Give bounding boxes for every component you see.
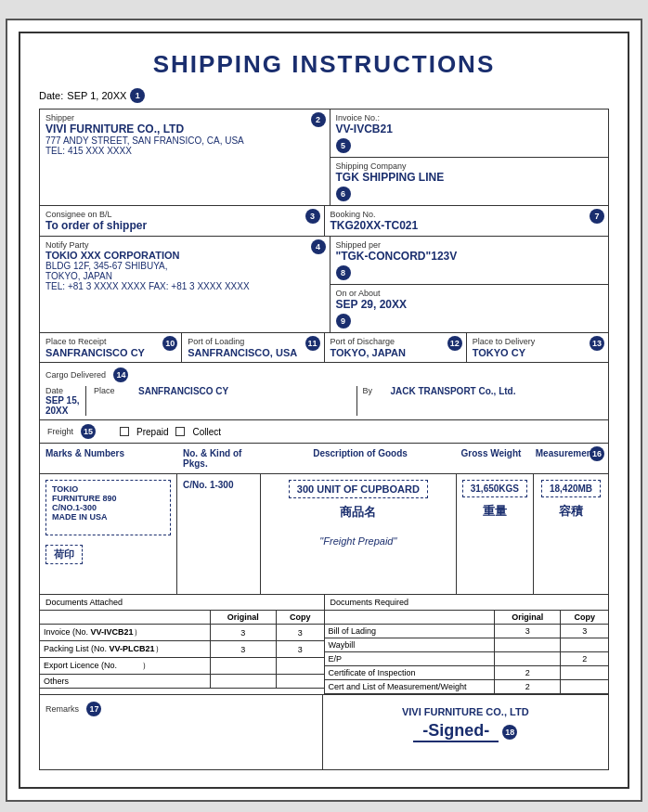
date-row: Date: SEP 1, 20XX 1	[39, 88, 609, 103]
docs-required-table: Original Copy Bill of Lading 3 3 W	[325, 611, 609, 694]
notify-line2: BLDG 12F, 345-67 SHIBUYA,	[45, 261, 324, 271]
docs-required-row4-original: 2	[495, 680, 561, 694]
goods-col2-header: No. & Kind of Pkgs.	[183, 448, 266, 469]
shipping-company-label: Shipping Company	[336, 161, 603, 171]
notify-cell: Notify Party TOKIO XXX CORPORATION BLDG …	[40, 237, 330, 332]
marks-line2: FURNITURE 890	[52, 494, 164, 503]
docs-required-original-col: Original	[495, 611, 561, 625]
docs-required-row0-copy: 3	[561, 625, 608, 638]
hanko-box: 荷印	[45, 545, 83, 564]
docs-required-row1-original	[495, 638, 561, 652]
measurement-annotation: 容積	[559, 503, 583, 520]
table-row: Invoice (No. VV-IVCB21） 3 3	[40, 625, 324, 641]
description-annotation: 商品名	[340, 504, 376, 521]
shipper-tel: TEL: 415 XXX XXXX	[45, 146, 324, 156]
docs-required-row2-copy: 2	[561, 652, 608, 666]
docs-required-row0-original: 3	[495, 625, 561, 638]
docs-attached-copy-col: Copy	[276, 611, 323, 625]
weight-column: 31,650KGS 重量	[457, 474, 534, 594]
table-row: Others	[40, 675, 324, 689]
circle-6: 6	[336, 187, 351, 201]
table-row: E/P 2	[325, 652, 609, 666]
docs-required-label-col	[325, 611, 495, 625]
docs-required: Documents Required Original Copy Bill of	[325, 595, 609, 694]
goods-body: TOKIO FURNITURE 890 C/NO.1-300 MADE IN U…	[40, 474, 608, 595]
booking-cell: Booking No. TKG20XX-TC021 7	[325, 206, 609, 236]
shipping-company-cell: Shipping Company TGK SHIPPING LINE 6	[330, 158, 609, 205]
docs-required-row3-copy	[561, 666, 608, 680]
cn-value: C/No. 1-300	[183, 480, 254, 490]
table-row: Bill of Lading 3 3	[325, 625, 609, 638]
docs-attached-row3-original	[210, 675, 276, 689]
docs-required-row1-copy	[561, 638, 608, 652]
place-delivery-label: Place to Delivery	[473, 337, 603, 346]
cargo-by-value: JACK TRANSPORT Co., Ltd.	[391, 386, 603, 396]
cargo-delivered-row: Cargo Delivered 14 Date SEP 15, 20XX Pla…	[40, 363, 608, 420]
port-discharge-value: TOKYO, JAPAN	[330, 347, 460, 358]
prepaid-label: Prepaid	[136, 427, 168, 437]
notify-label: Notify Party	[45, 240, 324, 250]
on-or-about-cell: On or About SEP 29, 20XX 9	[330, 285, 609, 332]
freight-label: Freight	[47, 427, 73, 436]
docs-attached-row1-copy: 3	[276, 641, 323, 658]
signature-cell: VIVI FURNITURE CO., LTD -Signed- 18	[323, 695, 609, 769]
shipped-per-label: Shipped per	[336, 240, 603, 250]
circle-18: 18	[502, 725, 517, 740]
circle-8: 8	[336, 265, 351, 280]
goods-col1-header: Marks & Numbers	[45, 448, 183, 469]
docs-required-row1-label: Waybill	[325, 638, 495, 652]
docs-attached-original-col: Original	[210, 611, 276, 625]
circle-12: 12	[447, 336, 462, 351]
prepaid-checkbox[interactable]	[120, 427, 129, 436]
goods-header: Marks & Numbers No. & Kind of Pkgs. Desc…	[40, 444, 608, 474]
docs-attached-table: Original Copy Invoice (No. VV-IVCB21） 3 …	[40, 611, 324, 689]
freight-row: Freight 15 Prepaid Collect	[40, 420, 608, 444]
table-row: Cert and List of Measurement/Weight 2	[325, 680, 609, 694]
docs-section: Documents Attached Original Copy Invoice	[40, 595, 608, 695]
notify-line4: TEL: +81 3 XXXX XXXX FAX: +81 3 XXXX XXX…	[45, 281, 324, 291]
page-title: SHIPPING INSTRUCTIONS	[39, 50, 609, 79]
circle-5: 5	[336, 138, 351, 153]
collect-checkbox[interactable]	[175, 427, 185, 436]
cargo-delivered-label: Cargo Delivered	[45, 370, 106, 380]
docs-attached-label-col	[40, 611, 210, 625]
measurement-column: 18,420MB 容積	[534, 474, 608, 594]
sig-signed: -Signed-	[413, 721, 499, 742]
invoice-shipping-col: Invoice No.: VV-IVCB21 5 Shipping Compan…	[330, 110, 609, 205]
notify-line3: TOKYO, JAPAN	[45, 271, 324, 281]
docs-attached: Documents Attached Original Copy Invoice	[40, 595, 325, 694]
goods-col4-header: Gross Weight	[454, 448, 528, 469]
docs-required-row2-label: E/P	[325, 652, 495, 666]
circle-15: 15	[81, 424, 96, 439]
remarks-signature-row: Remarks 17 VIVI FURNITURE CO., LTD -Sign…	[40, 695, 608, 769]
docs-attached-row1-original: 3	[210, 641, 276, 658]
docs-attached-row0-original: 3	[210, 625, 276, 641]
docs-required-row4-label: Cert and List of Measurement/Weight	[325, 680, 495, 694]
docs-attached-row3-copy	[276, 675, 323, 689]
shipped-onabout-col: Shipped per "TGK-CONCORD"123V 8 On or Ab…	[330, 237, 609, 332]
place-receipt-label: Place to Receipt	[45, 337, 175, 346]
circle-2: 2	[311, 112, 326, 127]
collect-label: Collect	[192, 427, 221, 437]
place-receipt-cell: Place to Receipt SANFRANCISCO CY 10	[40, 333, 182, 362]
port-discharge-cell: Port of Discharge TOKYO, JAPAN 12	[325, 333, 467, 362]
docs-attached-row3-label: Others	[40, 675, 210, 689]
sig-company: VIVI FURNITURE CO., LTD	[330, 706, 602, 717]
port-loading-label: Port of Loading	[188, 337, 318, 346]
docs-attached-row0-copy: 3	[276, 625, 323, 641]
cargo-place-label: Place	[94, 386, 125, 395]
port-row: Place to Receipt SANFRANCISCO CY 10 Port…	[40, 333, 608, 363]
circle-11: 11	[305, 336, 320, 351]
on-or-about-label: On or About	[336, 289, 603, 298]
freight-prepaid-text: "Freight Prepaid"	[319, 535, 396, 547]
consignee-value: To order of shipper	[45, 219, 318, 232]
cargo-date-value: SEP 15, 20XX	[45, 395, 80, 416]
port-loading-value: SANFRANCISCO, USA	[188, 347, 318, 358]
shipper-address: 777 ANDY STREET, SAN FRANSICO, CA, USA	[45, 135, 324, 146]
circle-3: 3	[305, 209, 320, 224]
docs-attached-header: Documents Attached	[40, 595, 324, 611]
booking-label: Booking No.	[330, 210, 603, 219]
booking-value: TKG20XX-TC021	[330, 219, 603, 232]
docs-attached-row1-label: Packing List (No. VV-PLCB21）	[40, 641, 210, 658]
docs-required-header: Documents Required	[325, 595, 609, 611]
